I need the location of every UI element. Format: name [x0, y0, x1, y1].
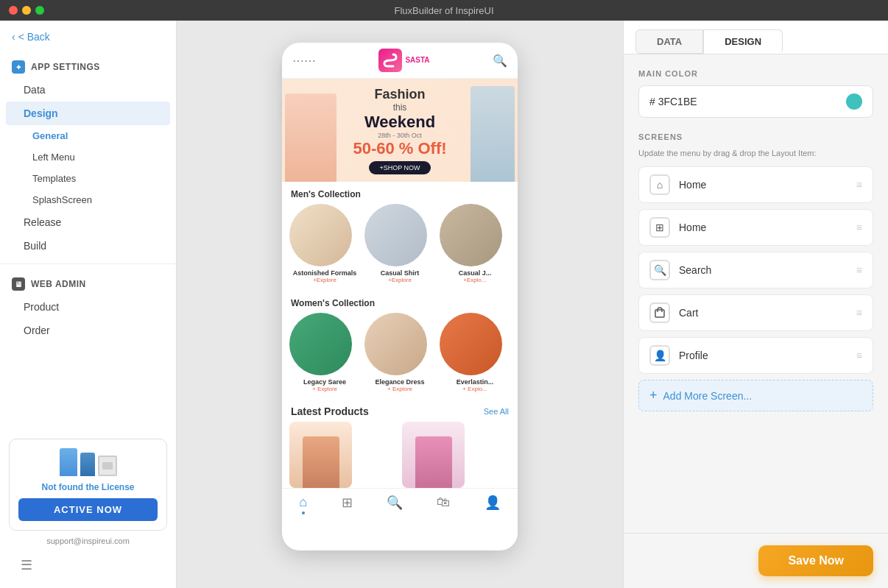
mens-collection-title: Men's Collection: [282, 182, 518, 204]
banner-dates: 28th - 30th Oct: [353, 132, 446, 139]
item-sub: +Explore: [289, 277, 360, 283]
tab-design[interactable]: DESIGN: [703, 29, 783, 54]
sidebar-item-data-label: Data: [24, 84, 46, 96]
nav-search[interactable]: 🔍: [387, 495, 403, 514]
banner-weekend: Weekend: [353, 113, 446, 132]
home2-icon: ⊞: [649, 217, 670, 238]
item-sub: +Explo...: [440, 277, 510, 283]
add-screen-plus-icon: +: [649, 388, 658, 403]
phone-frame: ⋯⋯ SASTA 🔍: [282, 43, 518, 550]
sidebar-item-product-label: Product: [24, 301, 59, 313]
drag-handle-cart[interactable]: ≡: [856, 307, 862, 319]
item-name: Elegance Dress: [364, 378, 435, 386]
screen-item-home2[interactable]: ⊞ Home ≡: [638, 209, 873, 246]
logo-name: SASTA: [405, 56, 429, 65]
screen-item-cart[interactable]: Cart ≡: [638, 294, 873, 331]
list-item: Everlastin... + Explo...: [440, 313, 510, 392]
close-btn[interactable]: [9, 6, 18, 15]
color-picker[interactable]: [846, 93, 862, 110]
sidebar-sub-item-general-label: General: [32, 130, 68, 141]
sidebar-item-order[interactable]: Order: [6, 319, 170, 342]
sidebar-item-build[interactable]: Build: [6, 234, 170, 258]
list-item: [289, 422, 398, 488]
sidebar-item-design[interactable]: Design: [6, 102, 170, 125]
main-color-label: MAIN COLOR: [638, 69, 873, 78]
sidebar-item-order-label: Order: [24, 325, 50, 336]
back-arrow-icon: ‹: [12, 31, 15, 43]
screen-name-profile: Profile: [679, 350, 856, 361]
drag-handle-home1[interactable]: ≡: [856, 179, 862, 191]
item-name: Casual Shirt: [364, 269, 435, 277]
license-text: Not found the License: [18, 482, 158, 492]
banner-text: Fashion this Weekend 28th - 30th Oct 50-…: [353, 87, 446, 174]
home1-icon: ⌂: [649, 174, 670, 195]
tab-data[interactable]: DATA: [635, 29, 703, 54]
search-nav-icon: 🔍: [387, 495, 403, 511]
sidebar-item-data[interactable]: Data: [6, 78, 170, 102]
sidebar-item-build-label: Build: [24, 240, 46, 252]
nav-home[interactable]: ⌂: [299, 495, 307, 514]
support-email: support@inspireui.com: [9, 531, 167, 551]
cart-nav-icon: 🛍: [437, 495, 450, 510]
screen-item-search[interactable]: 🔍 Search ≡: [638, 252, 873, 288]
right-panel-tabs: DATA DESIGN: [624, 21, 888, 54]
sidebar: ‹ < Back ✦ APP SETTINGS Data Design Gene…: [0, 21, 177, 588]
item-name: Casual J...: [440, 269, 510, 277]
screen-name-search: Search: [679, 264, 856, 276]
sidebar-sub-item-general[interactable]: General: [6, 125, 170, 146]
back-button[interactable]: ‹ < Back: [0, 21, 176, 53]
item-name: Astonished Formals: [289, 269, 360, 277]
see-all-link[interactable]: See All: [484, 407, 509, 416]
sidebar-sub-item-templates-label: Templates: [32, 173, 76, 184]
item-name: Legacy Saree: [289, 378, 360, 386]
sidebar-sub-item-splashscreen[interactable]: SplashScreen: [6, 189, 170, 210]
titlebar-title: FluxBuilder of InspireUI: [394, 5, 493, 16]
phone-search-icon[interactable]: 🔍: [493, 54, 507, 68]
sidebar-item-release-label: Release: [24, 216, 61, 228]
drag-handle-home2[interactable]: ≡: [856, 222, 862, 233]
screens-subtitle: Update the menu by drag & drop the Layou…: [638, 149, 873, 157]
license-icons: [18, 448, 158, 476]
add-screen-button[interactable]: + Add More Screen...: [638, 380, 873, 411]
save-now-button[interactable]: Save Now: [758, 545, 873, 576]
banner-shop-button[interactable]: +SHOP NOW: [369, 161, 430, 174]
nav-profile[interactable]: 👤: [484, 495, 501, 514]
grid-nav-icon: ⊞: [342, 495, 353, 511]
banner-figure-left: [285, 93, 336, 182]
nav-cart[interactable]: 🛍: [437, 495, 450, 514]
sidebar-item-product[interactable]: Product: [6, 295, 170, 319]
phone-logo: SASTA: [378, 49, 429, 72]
banner-figure-right: [471, 86, 515, 182]
color-row: # 3FC1BE: [638, 85, 873, 118]
logo-icon: [378, 49, 402, 72]
app-settings-header: ✦ APP SETTINGS: [0, 53, 176, 78]
hamburger-icon[interactable]: ☰: [9, 551, 167, 579]
drag-handle-search[interactable]: ≡: [856, 264, 862, 276]
right-panel: DATA DESIGN MAIN COLOR # 3FC1BE SCREENS …: [623, 21, 888, 588]
sidebar-item-release[interactable]: Release: [6, 210, 170, 234]
maximize-btn[interactable]: [35, 6, 44, 15]
phone-banner: Fashion this Weekend 28th - 30th Oct 50-…: [282, 79, 518, 182]
item-image: [364, 313, 427, 375]
app-settings-icon: ✦: [12, 60, 25, 74]
add-screen-label: Add More Screen...: [663, 390, 753, 402]
minimize-btn[interactable]: [22, 6, 31, 15]
screen-name-cart: Cart: [679, 307, 856, 319]
sidebar-item-design-label: Design: [24, 107, 58, 119]
sidebar-sub-item-left-menu[interactable]: Left Menu: [6, 146, 170, 168]
sidebar-sub-item-templates[interactable]: Templates: [6, 168, 170, 189]
item-sub: +Explore: [364, 277, 435, 283]
screen-item-profile[interactable]: 👤 Profile ≡: [638, 337, 873, 374]
screens-header: SCREENS Update the menu by drag & drop t…: [638, 132, 873, 157]
nav-active-dot: [302, 511, 305, 514]
list-item: Casual Shirt +Explore: [364, 204, 435, 283]
nav-grid[interactable]: ⊞: [342, 495, 353, 514]
womens-items-row: Legacy Saree + Explore Elegance Dress + …: [282, 313, 518, 400]
center-preview-area: 🌙 ⋯⋯: [177, 21, 623, 588]
active-now-button[interactable]: ACTIVE NOW: [18, 498, 158, 521]
app-settings-label: APP SETTINGS: [31, 62, 100, 72]
logo-text: SASTA: [405, 56, 429, 65]
drag-handle-profile[interactable]: ≡: [856, 350, 862, 361]
screen-item-home1[interactable]: ⌂ Home ≡: [638, 166, 873, 203]
list-item: Legacy Saree + Explore: [289, 313, 360, 392]
